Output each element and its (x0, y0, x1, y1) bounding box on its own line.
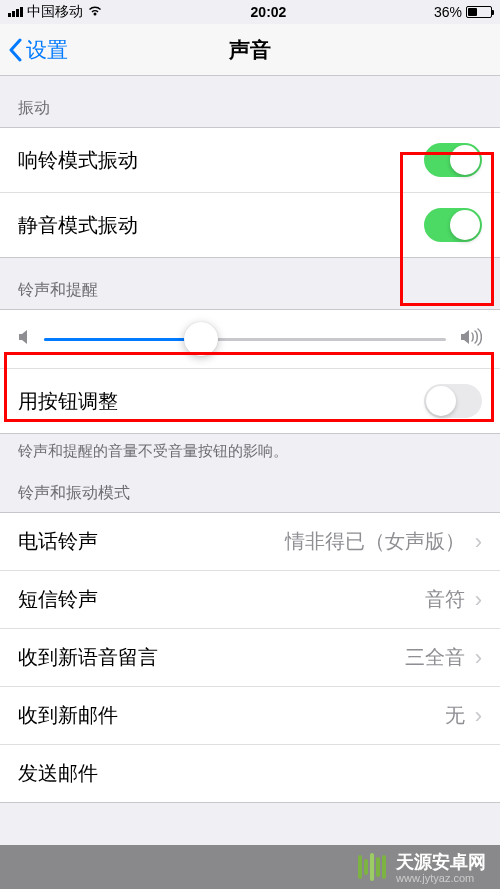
chevron-right-icon: › (475, 645, 482, 671)
carrier-label: 中国移动 (27, 3, 83, 21)
text-tone-row[interactable]: 短信铃声 音符 › (0, 571, 500, 629)
text-tone-value: 音符 (425, 586, 465, 613)
page-title: 声音 (229, 36, 271, 64)
new-mail-value: 无 (445, 702, 465, 729)
ring-vibrate-row: 响铃模式振动 (0, 128, 500, 193)
chevron-right-icon: › (475, 587, 482, 613)
sent-mail-label: 发送邮件 (18, 760, 98, 787)
ringtone-row[interactable]: 电话铃声 情非得已（女声版） › (0, 513, 500, 571)
status-bar: 中国移动 20:02 36% (0, 0, 500, 24)
watermark: 天源安卓网 www.jytyaz.com (0, 845, 500, 889)
nav-bar: 设置 声音 (0, 24, 500, 76)
section-header-patterns: 铃声和振动模式 (0, 479, 500, 512)
voicemail-label: 收到新语音留言 (18, 644, 158, 671)
chevron-left-icon (8, 38, 22, 62)
back-label: 设置 (26, 36, 68, 64)
voicemail-value: 三全音 (405, 644, 465, 671)
volume-slider-row (0, 310, 500, 369)
ring-vibrate-toggle[interactable] (424, 143, 482, 177)
back-button[interactable]: 设置 (8, 36, 68, 64)
chevron-right-icon: › (475, 529, 482, 555)
ringer-footer: 铃声和提醒的音量不受音量按钮的影响。 (0, 434, 500, 479)
volume-slider[interactable] (44, 338, 446, 341)
button-adjust-label: 用按钮调整 (18, 388, 118, 415)
ringtone-value: 情非得已（女声版） (285, 528, 465, 555)
wifi-icon (87, 5, 103, 20)
ring-vibrate-label: 响铃模式振动 (18, 147, 138, 174)
chevron-right-icon: › (475, 703, 482, 729)
sent-mail-row[interactable]: 发送邮件 (0, 745, 500, 802)
button-adjust-toggle[interactable] (424, 384, 482, 418)
battery-pct-label: 36% (434, 4, 462, 20)
voicemail-row[interactable]: 收到新语音留言 三全音 › (0, 629, 500, 687)
new-mail-row[interactable]: 收到新邮件 无 › (0, 687, 500, 745)
clock-label: 20:02 (251, 4, 287, 20)
watermark-logo-icon (358, 853, 386, 881)
battery-icon (466, 6, 492, 18)
section-header-ringer: 铃声和提醒 (0, 258, 500, 309)
ringtone-label: 电话铃声 (18, 528, 98, 555)
silent-vibrate-toggle[interactable] (424, 208, 482, 242)
new-mail-label: 收到新邮件 (18, 702, 118, 729)
volume-low-icon (18, 328, 30, 350)
watermark-name: 天源安卓网 (396, 852, 486, 872)
volume-high-icon (460, 328, 482, 350)
section-header-vibration: 振动 (0, 76, 500, 127)
signal-icon (8, 7, 23, 17)
button-adjust-row: 用按钮调整 (0, 369, 500, 433)
silent-vibrate-label: 静音模式振动 (18, 212, 138, 239)
watermark-url: www.jytyaz.com (396, 872, 486, 884)
silent-vibrate-row: 静音模式振动 (0, 193, 500, 257)
text-tone-label: 短信铃声 (18, 586, 98, 613)
